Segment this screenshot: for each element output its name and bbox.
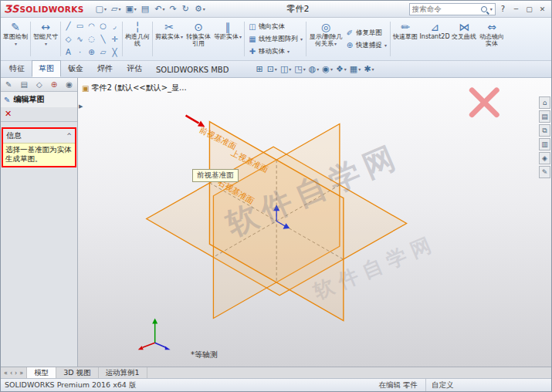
- minimize-button[interactable]: ─: [510, 5, 522, 13]
- linear-sketch-pattern-button[interactable]: ▦ 线性草图阵列 ▾: [246, 33, 304, 45]
- sketch-entity-button[interactable]: ◠: [86, 19, 97, 32]
- command-tab[interactable]: SOLIDWORKS MBD: [149, 63, 235, 77]
- cancel-button[interactable]: ✕: [5, 109, 12, 119]
- chevron-down-icon: ▾: [372, 66, 374, 72]
- manager-tab[interactable]: ▤: [20, 80, 27, 89]
- tab-nav-arrow[interactable]: »: [19, 370, 23, 377]
- convert-entities-button[interactable]: ⊙ 转换实体引用: [184, 19, 213, 59]
- close-sketch-icon[interactable]: [472, 90, 496, 115]
- quick-access-button[interactable]: ▤: [139, 3, 152, 15]
- rapid-sketch-button[interactable]: ✏ 快速草图: [392, 19, 418, 59]
- quick-access-button[interactable]: ↷: [167, 3, 179, 15]
- view-tool-button[interactable]: ▦▾: [350, 64, 361, 74]
- task-pane-tab[interactable]: ▤: [539, 110, 550, 123]
- sketch-entity-button[interactable]: ▱: [97, 46, 109, 59]
- graphics-viewport[interactable]: ▣ 零件2 (默认<<默认>_显... ▶ 前视基准面 上视基准面 右视基准面: [78, 78, 551, 367]
- tab-nav-arrow[interactable]: ›: [15, 370, 17, 377]
- manager-tab[interactable]: ◇: [36, 80, 42, 89]
- sketch-entity-button[interactable]: ╲: [97, 32, 109, 46]
- sketch-entity-button[interactable]: ∿: [74, 32, 86, 46]
- custom-status-combo[interactable]: 自定义: [425, 379, 547, 391]
- command-tab[interactable]: 特征: [2, 60, 32, 77]
- view-tool-button[interactable]: ◫▾: [280, 64, 291, 74]
- view-tool-button[interactable]: ◍▾: [309, 64, 320, 74]
- command-search-box[interactable]: ▾: [409, 3, 496, 15]
- document-tab[interactable]: 模型: [27, 367, 56, 378]
- instant2d-button[interactable]: ⊿ Instant2D: [418, 19, 451, 59]
- task-pane-tab[interactable]: ▥: [539, 138, 550, 150]
- command-tab[interactable]: 焊件: [90, 60, 120, 77]
- quick-access-button[interactable]: ↻: [180, 3, 192, 15]
- quick-access-button[interactable]: ↶▾: [152, 3, 167, 15]
- sketch-entity-button[interactable]: ·: [74, 46, 86, 59]
- intersection-curve-icon: ⋈: [459, 21, 469, 33]
- quick-snaps-button[interactable]: ⊕ 快速捕捉 ▾: [344, 39, 388, 51]
- sketch-entity-button[interactable]: A: [63, 46, 74, 59]
- view-tool-button[interactable]: ⊞: [256, 64, 263, 74]
- move-entities-button[interactable]: ✚ 移动实体 ▾: [246, 46, 304, 57]
- view-tool-button[interactable]: ◉▾: [322, 64, 333, 74]
- help-button[interactable]: ?: [497, 5, 509, 13]
- document-tabs: 模型 3D 视图 运动算例1: [27, 367, 147, 378]
- view-tool-button[interactable]: ✱▾: [364, 64, 374, 74]
- search-input[interactable]: [412, 5, 479, 13]
- construction-geometry-button[interactable]: ╎ 构造几何线: [124, 19, 151, 59]
- command-tab[interactable]: 钣金: [61, 60, 90, 77]
- feature-tree-flyout[interactable]: ▣ 零件2 (默认<<默认>_显...: [82, 83, 187, 93]
- sketch-entity-button[interactable]: ▭: [74, 19, 86, 32]
- dynamic-mirror-button[interactable]: ⇔ 动态镜向实体: [477, 19, 506, 59]
- quick-access-button[interactable]: ⚙▾: [192, 3, 208, 15]
- sketch-entity-button[interactable]: ╱: [63, 19, 74, 32]
- view-tool-button[interactable]: ◳▾: [294, 64, 305, 74]
- sketch-entity-button[interactable]: ◞: [109, 19, 120, 32]
- smart-dimension-button[interactable]: ↔ 智能尺寸▾: [32, 19, 59, 59]
- sketch-entity-button[interactable]: ✛: [109, 32, 120, 46]
- tab-nav-arrow[interactable]: ‹: [10, 370, 12, 377]
- sketch-entity-button[interactable]: ⊕: [86, 46, 97, 59]
- command-tab[interactable]: 草图: [32, 60, 61, 77]
- sketch-button[interactable]: ✎ 草图绘制▾: [2, 19, 29, 59]
- manager-tab[interactable]: ◉: [66, 80, 73, 89]
- quick-access-button[interactable]: ▢▾: [93, 3, 109, 15]
- intersection-curve-button[interactable]: ⋈ 交叉曲线: [451, 19, 477, 59]
- message-group-header[interactable]: 信息 ^: [3, 129, 75, 143]
- quick-access-button[interactable]: ▣▾: [123, 3, 138, 15]
- manager-tab[interactable]: ✎: [5, 80, 12, 89]
- mirror-entities-button[interactable]: ◫ 镜向实体: [246, 21, 304, 32]
- pattern-tools-stack: ◫ 镜向实体 ▦ 线性草图阵列 ▾ ✚ 移动实体 ▾: [246, 19, 304, 59]
- panel-flyout-arrow[interactable]: ▶: [79, 103, 83, 110]
- task-pane-tab[interactable]: ◈: [539, 152, 550, 164]
- move-entities-icon: ✚: [248, 47, 257, 56]
- chevron-down-icon: ▾: [134, 6, 137, 12]
- repair-sketch-icon: ✐: [345, 29, 354, 37]
- sketch-entity-button[interactable]: ○: [97, 19, 109, 32]
- view-tool-button[interactable]: ⊡▾: [267, 64, 277, 74]
- offset-entities-button[interactable]: ∥ 等距实体▾: [213, 19, 242, 59]
- quick-access-button[interactable]: ▱▾: [109, 3, 123, 15]
- maximize-button[interactable]: ▢: [523, 5, 535, 13]
- trim-entities-button[interactable]: ✂ 剪裁实体▾: [154, 19, 184, 59]
- sketch-entity-button[interactable]: ╳: [109, 46, 120, 59]
- task-pane-tab[interactable]: ✎: [539, 166, 550, 178]
- quick-snaps-icon: ⊕: [345, 41, 354, 49]
- task-pane-tab[interactable]: ⧉: [539, 124, 550, 137]
- tab-nav-arrow[interactable]: «: [4, 370, 8, 377]
- mirror-entities-icon: ◫: [248, 22, 257, 31]
- close-button[interactable]: ✕: [537, 5, 548, 13]
- chevron-down-icon: ▾: [162, 6, 164, 12]
- document-tab[interactable]: 运动算例1: [99, 367, 147, 378]
- search-icon[interactable]: [481, 6, 487, 12]
- chevron-down-icon[interactable]: ▾: [490, 6, 493, 12]
- task-pane-tab[interactable]: ⌂: [539, 96, 550, 109]
- repair-sketch-button[interactable]: ✐ 修复草图: [344, 27, 388, 39]
- document-tab[interactable]: 3D 视图: [56, 367, 98, 378]
- sketch-entity-button[interactable]: ◌: [86, 32, 97, 46]
- view-tool-button[interactable]: ❖▾: [336, 64, 347, 74]
- manager-tab[interactable]: ⊕: [51, 80, 57, 89]
- chevron-down-icon: ▾: [317, 66, 319, 72]
- display-delete-relations-button[interactable]: ◎ 显示/删除几何关系▾: [308, 19, 344, 59]
- command-tab[interactable]: 评估: [120, 60, 149, 77]
- sketch-entity-button[interactable]: ◇: [63, 32, 74, 46]
- chevron-down-icon: ▾: [203, 6, 205, 12]
- collapse-chevron-icon[interactable]: ^: [66, 133, 72, 140]
